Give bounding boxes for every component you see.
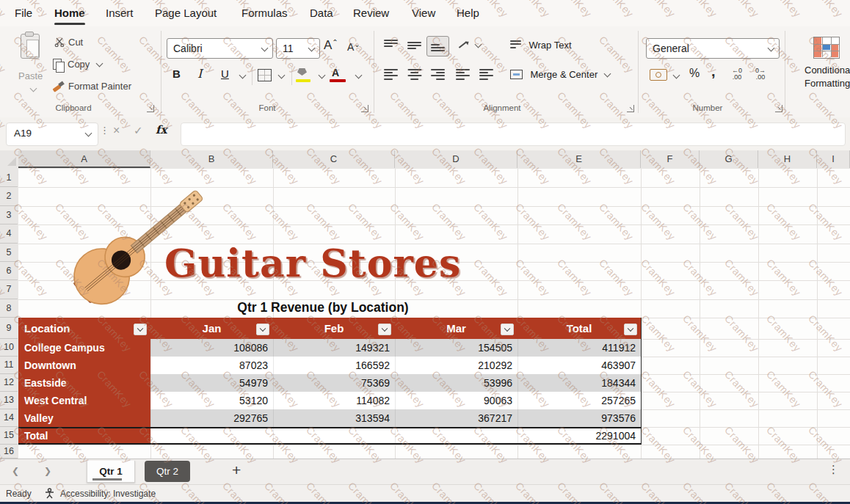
font-dialog-launcher[interactable]: [361, 105, 368, 112]
ribbon-tab-file[interactable]: File: [15, 0, 32, 26]
value-cell[interactable]: 54979: [150, 374, 273, 392]
number-dialog-launcher[interactable]: [775, 105, 782, 112]
filter-button-location[interactable]: [134, 324, 147, 335]
row-header-15[interactable]: 15: [0, 427, 18, 445]
accounting-chevron[interactable]: [673, 72, 680, 79]
conditional-formatting-icon[interactable]: [813, 37, 840, 59]
value-cell[interactable]: 53996: [395, 374, 517, 392]
value-cell[interactable]: 292765: [150, 409, 273, 427]
select-all-corner[interactable]: [0, 150, 19, 168]
borders-icon[interactable]: [258, 69, 272, 81]
decrease-indent-icon[interactable]: [456, 69, 470, 80]
value-cell[interactable]: 463907: [517, 357, 641, 374]
location-cell[interactable]: Downtown: [18, 357, 150, 374]
row-header-12[interactable]: 12: [0, 374, 18, 392]
align-right-icon[interactable]: [431, 69, 445, 80]
row-header-1[interactable]: 1: [0, 169, 18, 187]
name-box[interactable]: A19: [6, 123, 98, 146]
cancel-button[interactable]: ×: [113, 124, 120, 137]
location-cell[interactable]: West Central: [18, 392, 150, 409]
format-painter-button[interactable]: Format Painter: [53, 79, 131, 92]
column-header-H[interactable]: H: [758, 150, 817, 168]
increase-decimal-icon[interactable]: ←0.00: [732, 67, 742, 81]
value-cell[interactable]: 114082: [273, 392, 395, 409]
row-header-5[interactable]: 5: [0, 244, 18, 262]
align-left-icon[interactable]: [384, 69, 398, 80]
number-format-combo[interactable]: General: [646, 38, 780, 59]
column-header-E[interactable]: E: [517, 150, 641, 168]
total-value-cell[interactable]: [395, 428, 517, 443]
ribbon-tab-review[interactable]: Review: [353, 0, 389, 26]
name-box-chevron[interactable]: [85, 130, 92, 137]
value-cell[interactable]: 166592: [273, 357, 395, 374]
font-color-chevron[interactable]: [355, 72, 363, 79]
underline-button[interactable]: U: [221, 67, 229, 80]
bottom-align-icon[interactable]: [431, 40, 445, 51]
row-header-3[interactable]: 3: [0, 206, 18, 224]
value-cell[interactable]: 313594: [273, 409, 395, 427]
total-label-cell[interactable]: Total: [18, 428, 150, 443]
column-header-D[interactable]: D: [395, 150, 517, 168]
value-cell[interactable]: 257265: [517, 392, 641, 409]
row-header-13[interactable]: 13: [0, 392, 18, 409]
ribbon-tab-view[interactable]: View: [412, 0, 435, 26]
row-header-10[interactable]: 10: [0, 339, 18, 357]
column-header-F[interactable]: F: [641, 150, 700, 168]
font-color-button[interactable]: A: [332, 67, 339, 78]
font-size-combo[interactable]: 11: [276, 38, 320, 59]
sheet-tab-qtr-2[interactable]: Qtr 2: [145, 461, 190, 482]
filter-button-total[interactable]: [624, 324, 637, 335]
column-header-A[interactable]: A: [18, 150, 150, 168]
filter-button-feb[interactable]: [378, 324, 391, 335]
increase-indent-icon[interactable]: [479, 69, 493, 80]
value-cell[interactable]: 90063: [395, 392, 517, 409]
conditional-formatting-label-1[interactable]: Conditional: [804, 65, 850, 76]
ribbon-tab-formulas[interactable]: Formulas: [241, 0, 288, 26]
decrease-decimal-icon[interactable]: 0→.00: [755, 67, 766, 81]
total-value-cell[interactable]: [273, 428, 395, 443]
orientation-icon[interactable]: [457, 38, 469, 50]
row-header-2[interactable]: 2: [0, 187, 18, 205]
italic-button[interactable]: I: [197, 67, 202, 81]
location-cell[interactable]: Eastside: [18, 374, 150, 392]
row-header-14[interactable]: 14: [0, 409, 18, 427]
fill-color-icon[interactable]: [297, 68, 307, 76]
grow-font-button[interactable]: A⌃: [324, 38, 338, 53]
ribbon-tab-insert[interactable]: Insert: [106, 0, 134, 26]
middle-align-icon[interactable]: [407, 40, 421, 51]
copy-button[interactable]: Copy: [53, 57, 102, 70]
borders-chevron[interactable]: [278, 72, 286, 79]
row-header-11[interactable]: 11: [0, 357, 18, 374]
row-header-9[interactable]: 9: [0, 318, 18, 339]
percent-style-button[interactable]: %: [689, 67, 700, 80]
row-header-16[interactable]: 16: [0, 445, 18, 459]
cut-button[interactable]: Cut: [54, 35, 83, 48]
font-name-combo[interactable]: Calibri: [167, 38, 273, 59]
value-cell[interactable]: 87023: [150, 357, 273, 374]
value-cell[interactable]: 108086: [150, 339, 273, 357]
column-header-I[interactable]: I: [817, 150, 850, 168]
paste-button[interactable]: Paste: [13, 32, 48, 100]
underline-options-chevron[interactable]: [239, 72, 247, 79]
conditional-formatting-label-2[interactable]: Formatting: [804, 78, 850, 89]
accounting-format-icon[interactable]: [650, 69, 667, 81]
top-align-icon[interactable]: [384, 40, 398, 51]
alignment-dialog-launcher[interactable]: [627, 105, 634, 112]
location-cell[interactable]: College Campus: [18, 339, 150, 357]
column-header-B[interactable]: B: [150, 150, 273, 168]
ribbon-tab-data[interactable]: Data: [310, 0, 333, 26]
ribbon-tab-help[interactable]: Help: [457, 0, 479, 26]
insert-function-button[interactable]: fx: [156, 123, 167, 136]
row-header-7[interactable]: 7: [0, 280, 18, 299]
value-cell[interactable]: 411912: [517, 339, 641, 357]
formula-input[interactable]: [181, 123, 846, 146]
value-cell[interactable]: 184344: [517, 374, 641, 392]
value-cell[interactable]: 973576: [517, 409, 641, 427]
row-header-4[interactable]: 4: [0, 224, 18, 243]
accessibility-status[interactable]: Accessibility: Investigate: [60, 489, 156, 499]
ribbon-tab-home[interactable]: Home: [54, 0, 85, 26]
clipboard-dialog-launcher[interactable]: [147, 105, 154, 112]
shrink-font-button[interactable]: A⌄: [347, 40, 360, 53]
column-header-G[interactable]: G: [700, 150, 758, 168]
value-cell[interactable]: 154505: [395, 339, 517, 357]
